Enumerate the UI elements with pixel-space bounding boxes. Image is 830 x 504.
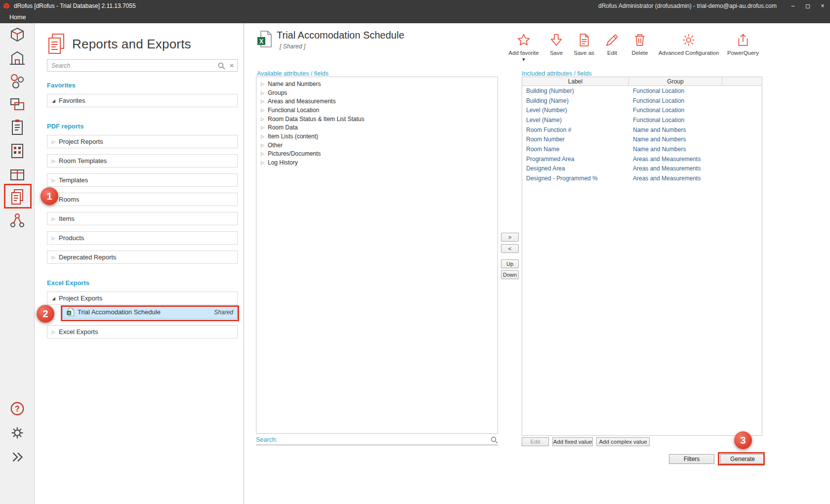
network-icon[interactable]	[9, 212, 26, 229]
expander-collapsed-icon	[261, 99, 268, 104]
cell-label: Room Number	[522, 136, 629, 143]
save-button[interactable]: Save	[544, 33, 568, 56]
trash-icon	[633, 33, 647, 47]
table-row[interactable]: Level (Number)Functional Location	[522, 105, 762, 115]
minimize-button[interactable]: –	[786, 0, 800, 12]
tree-item-pictures-documents[interactable]: Pictures/Documents	[256, 150, 498, 159]
cell-group: Functional Location	[629, 97, 722, 104]
tree-item-label: Room Data	[268, 124, 298, 131]
annotation-badge-2: 2	[37, 305, 54, 323]
toolbar-label: Save	[544, 50, 568, 56]
export-arrow-icon	[736, 33, 750, 47]
delete-button[interactable]: Delete	[628, 33, 652, 56]
edit-value-button[interactable]: Edit	[522, 437, 549, 446]
search-icon[interactable]	[490, 436, 498, 444]
tree-item-label: Name and Numbers	[268, 81, 321, 87]
table-row[interactable]: Building (Name)Functional Location	[522, 96, 762, 106]
tree-item-name-and-numbers[interactable]: Name and Numbers	[256, 80, 498, 88]
stack-icon[interactable]	[9, 96, 26, 113]
move-up-button[interactable]: Up	[501, 259, 519, 268]
add-complex-value-button[interactable]: Add complex value	[596, 437, 650, 446]
cell-label: Building (Name)	[522, 97, 629, 104]
powerquery-button[interactable]: PowerQuery	[723, 33, 763, 56]
pdf-row-rooms[interactable]: Rooms	[47, 193, 238, 206]
tree-item-log-history[interactable]: Log History	[256, 158, 498, 167]
clear-search-icon[interactable]: ✕	[229, 62, 234, 69]
edit-button[interactable]: Edit	[601, 33, 623, 56]
tree-item-other[interactable]: Other	[256, 141, 498, 150]
cell-group: Functional Location	[629, 117, 722, 124]
download-arrow-icon	[549, 33, 563, 47]
excel-exports-heading: Excel Exports	[47, 279, 237, 287]
table-row[interactable]: Programmed AreaAreas and Measurements	[522, 154, 762, 164]
filters-button[interactable]: Filters	[669, 454, 714, 464]
project-exports-group-row[interactable]: Project Exports	[47, 292, 238, 305]
tree-item-areas-and-measurements[interactable]: Areas and Measurements	[256, 97, 498, 106]
pdf-row-templates[interactable]: Templates	[47, 173, 238, 187]
annotation-badge-3: 3	[734, 431, 752, 449]
maximize-button[interactable]: ◻	[800, 0, 815, 12]
tree-item-room-data[interactable]: Room Data	[256, 123, 498, 132]
tab-home[interactable]: Home	[9, 14, 26, 21]
reports-panel: Reports and Exports ✕ Favorites Favorite…	[35, 23, 244, 504]
spheres-icon[interactable]	[9, 73, 26, 89]
advanced-configuration-button[interactable]: Advanced Configuration	[652, 33, 726, 56]
available-attributes-heading: Available attributes / fields	[257, 70, 329, 77]
excel-exports-group-row[interactable]: Excel Exports	[47, 325, 238, 338]
cell-label: Designed - Programmed %	[522, 175, 629, 182]
table-row[interactable]: Designed AreaAreas and Measurements	[522, 164, 762, 174]
package-icon[interactable]	[9, 166, 26, 182]
favorites-group-row[interactable]: Favorites	[47, 94, 238, 107]
tree-item-functional-location[interactable]: Functional Location	[256, 106, 498, 115]
add-attribute-button[interactable]: >	[501, 233, 519, 242]
remove-attribute-button[interactable]: <	[501, 244, 519, 253]
tree-item-item-lists[interactable]: Item Lists (content)	[256, 132, 498, 141]
column-header-label[interactable]: Label	[522, 77, 629, 86]
tree-item-label: Groups	[268, 89, 287, 96]
pdf-row-items[interactable]: Items	[47, 212, 238, 225]
table-row[interactable]: Room NumberName and Numbers	[522, 134, 762, 144]
help-icon[interactable]: ?	[9, 400, 26, 417]
pdf-row-deprecated-reports[interactable]: Deprecated Reports	[47, 251, 238, 264]
cube-icon[interactable]	[9, 26, 26, 43]
toolbar-label: Advanced Configuration	[652, 50, 726, 56]
row-label: Project Exports	[59, 294, 102, 302]
tree-item-label: Item Lists (content)	[268, 133, 318, 140]
attribute-search-input[interactable]	[280, 436, 487, 443]
pdf-row-products[interactable]: Products	[47, 231, 238, 245]
windows-icon[interactable]	[9, 142, 26, 159]
menubar: Home	[0, 12, 830, 23]
table-row[interactable]: Room Function #Name and Numbers	[522, 125, 762, 135]
expander-collapsed-icon	[52, 159, 59, 164]
close-button[interactable]: ×	[815, 0, 830, 12]
cell-group: Functional Location	[629, 87, 722, 94]
clipboard-icon[interactable]	[9, 119, 26, 136]
save-as-button[interactable]: Save as	[570, 33, 598, 56]
table-row[interactable]: Building (Number)Functional Location	[522, 86, 762, 96]
tree-item-groups[interactable]: Groups	[256, 88, 498, 97]
add-favorite-button[interactable]: Add favorite ▾	[508, 33, 540, 63]
expand-icon[interactable]	[9, 449, 26, 465]
toolbar-label: Edit	[601, 50, 623, 56]
building-icon[interactable]	[9, 49, 26, 66]
table-row[interactable]: Designed - Programmed %Areas and Measure…	[522, 173, 762, 183]
expander-collapsed-icon	[52, 216, 59, 221]
column-header-group[interactable]: Group	[629, 77, 722, 86]
tree-item-room-data-status[interactable]: Room Data Status & Item List Status	[256, 115, 498, 124]
table-row[interactable]: Room NameName and Numbers	[522, 144, 762, 154]
report-title: Trial Accomodation Schedule	[277, 30, 404, 41]
tree-item-label: Pictures/Documents	[268, 150, 321, 157]
table-header: Label Group	[522, 77, 762, 86]
pdf-row-room-templates[interactable]: Room Templates	[47, 154, 238, 168]
add-fixed-value-button[interactable]: Add fixed value	[552, 437, 593, 446]
settings-icon[interactable]	[9, 424, 26, 441]
svg-text:?: ?	[15, 405, 20, 413]
table-row[interactable]: Level (Name)Functional Location	[522, 115, 762, 125]
search-icon[interactable]	[217, 62, 225, 70]
search-input[interactable]	[51, 62, 217, 69]
pdf-row-project-reports[interactable]: Project Reports	[47, 135, 238, 148]
expander-collapsed-icon	[261, 125, 268, 130]
cell-group: Areas and Measurements	[629, 156, 722, 163]
tree-item-label: Other	[268, 142, 283, 149]
move-down-button[interactable]: Down	[501, 270, 519, 279]
